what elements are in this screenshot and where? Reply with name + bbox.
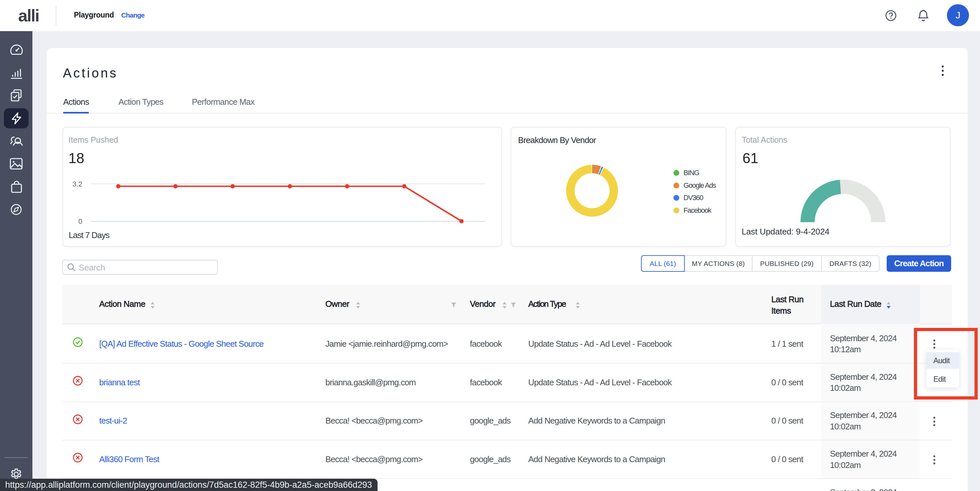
svg-text:3.2: 3.2 — [72, 180, 82, 188]
svg-text:0: 0 — [78, 217, 82, 225]
